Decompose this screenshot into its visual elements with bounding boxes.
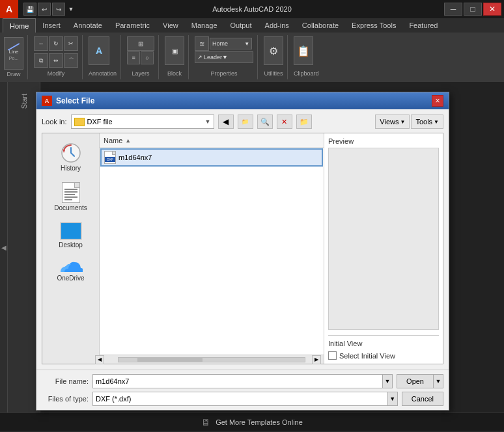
scrollbar-thumb[interactable] xyxy=(137,358,203,362)
tab-annotate[interactable]: Annotate xyxy=(67,18,109,33)
filename-input[interactable] xyxy=(92,374,382,388)
nav-up-btn[interactable]: 📁 xyxy=(238,115,253,129)
tab-parametric[interactable]: Parametric xyxy=(109,18,156,33)
dialog-close-button[interactable]: × xyxy=(432,95,443,107)
scrollbar-track[interactable] xyxy=(118,357,305,362)
nav-delete-btn[interactable]: ✕ xyxy=(277,115,292,129)
layer-btn[interactable]: ⊞ xyxy=(127,36,154,51)
tab-featured[interactable]: Featured xyxy=(402,18,444,33)
lookin-value: DXF file xyxy=(87,118,203,126)
documents-icon xyxy=(62,182,80,203)
tab-home[interactable]: Home xyxy=(3,18,36,33)
tab-express-tools[interactable]: Express Tools xyxy=(345,18,402,33)
history-label: History xyxy=(61,165,81,172)
tab-addins[interactable]: Add-ins xyxy=(259,18,296,33)
open-dropdown-arrow[interactable]: ▼ xyxy=(433,374,443,388)
file-name: m1d64nx7 xyxy=(119,154,152,161)
dropdown-arrow[interactable]: ▼ xyxy=(66,3,76,16)
utilities-label: Utilities xyxy=(264,70,283,77)
open-button-group: Open ▼ xyxy=(397,374,443,388)
filetype-value: DXF (*.dxf) xyxy=(92,392,387,406)
file-row[interactable]: DXF m1d64nx7 xyxy=(101,149,322,166)
tab-manage[interactable]: Manage xyxy=(185,18,224,33)
desktop-icon xyxy=(60,222,82,240)
file-list: Name ▲ DXF m1d64nx7 xyxy=(100,133,324,364)
measure-btn[interactable]: ⚙ xyxy=(264,36,283,65)
filename-dropdown-arrow[interactable]: ▼ xyxy=(382,374,393,388)
filename-label: File name: xyxy=(42,377,89,385)
filetype-label: Files of type: xyxy=(42,395,89,403)
filetype-dropdown-arrow[interactable]: ▼ xyxy=(387,392,398,406)
maximize-btn[interactable]: □ xyxy=(464,3,482,16)
leader-btn[interactable]: ↗Leader▼ xyxy=(195,51,253,63)
quick-access-btn2[interactable]: ↩ xyxy=(38,3,51,16)
window-title: Autodesk AutoCAD 2020 xyxy=(212,5,292,13)
sidebar-item-documents[interactable]: Documents xyxy=(45,178,97,215)
ribbon-layers-group: ⊞ ≡ ○ Layers xyxy=(123,35,159,79)
monitor-icon: 🖥 xyxy=(201,417,210,427)
autocad-logo: A xyxy=(0,0,18,18)
tools-arrow-icon: ▼ xyxy=(434,119,439,125)
nav-search-btn[interactable]: 🔍 xyxy=(257,115,273,129)
tab-view[interactable]: View xyxy=(156,18,185,33)
dialog-overlay: A Select File × Look in: DXF file ▼ ◀ xyxy=(0,82,504,412)
preview-label: Preview xyxy=(328,137,439,145)
dialog-titlebar: A Select File × xyxy=(36,92,449,109)
dialog-app-icon: A xyxy=(42,96,52,106)
line-tool[interactable]: Line Po... xyxy=(4,37,23,70)
tools-button[interactable]: Tools ▼ xyxy=(411,115,443,129)
tab-output[interactable]: Output xyxy=(224,18,259,33)
lookin-folder-icon xyxy=(74,118,85,126)
open-button[interactable]: Open xyxy=(397,374,433,388)
fillet-btn[interactable]: ⌒ xyxy=(64,53,78,68)
matchprop-btn[interactable]: ≋ xyxy=(195,36,209,51)
quick-access-btn[interactable]: 💾 xyxy=(23,3,36,16)
views-button[interactable]: Views ▼ xyxy=(375,115,410,129)
sort-arrow-icon: ▲ xyxy=(125,137,131,144)
history-icon xyxy=(61,142,81,163)
layer-state-btn[interactable]: ○ xyxy=(141,51,154,64)
close-btn[interactable]: ✕ xyxy=(483,3,501,16)
sidebar-item-desktop[interactable]: Desktop xyxy=(45,218,97,252)
lookin-row: Look in: DXF file ▼ ◀ 📁 🔍 ✕ 📁 xyxy=(42,115,443,129)
nav-back-btn[interactable]: ◀ xyxy=(218,115,234,129)
clipboard-label: Clipboard xyxy=(294,70,319,77)
lookin-select[interactable]: DXF file ▼ xyxy=(71,115,214,129)
tab-insert[interactable]: Insert xyxy=(36,18,67,33)
bottom-bar: 🖥 Get More Templates Online xyxy=(0,412,504,431)
filetype-row: Files of type: DXF (*.dxf) ▼ Cancel xyxy=(42,392,443,406)
text-btn[interactable]: A xyxy=(89,36,109,65)
ribbon-annotation-group: A Annotation xyxy=(85,35,121,79)
cancel-button[interactable]: Cancel xyxy=(402,392,443,406)
properties-label: Properties xyxy=(195,70,253,77)
ribbon-draw-group: Line Po... Draw xyxy=(4,35,28,79)
linear-dropdown[interactable]: Home ▼ xyxy=(210,38,252,49)
file-area: History Docume xyxy=(42,133,443,364)
documents-label: Documents xyxy=(54,204,87,211)
filename-row: File name: ▼ Open ▼ xyxy=(42,374,443,388)
nav-create-folder-btn[interactable]: 📁 xyxy=(296,115,312,129)
copy-btn[interactable]: ⧉ xyxy=(34,53,48,68)
clipboard-btn[interactable]: 📋 xyxy=(294,36,313,65)
tab-collaborate[interactable]: Collaborate xyxy=(296,18,345,33)
select-initial-view-checkbox[interactable] xyxy=(328,351,337,360)
sidebar-item-onedrive[interactable]: OneDrive xyxy=(45,255,97,286)
lookin-label: Look in: xyxy=(42,118,67,126)
layer-prop-btn[interactable]: ≡ xyxy=(127,51,140,64)
quick-access-btn3[interactable]: ↪ xyxy=(52,3,65,16)
desktop-label: Desktop xyxy=(59,241,83,249)
draw-label: Draw xyxy=(7,71,20,77)
dialog-footer: File name: ▼ Open ▼ Files of type: xyxy=(36,370,449,410)
rotate-btn[interactable]: ↻ xyxy=(49,36,63,51)
trim-btn[interactable]: ✂ xyxy=(64,36,78,51)
insert-btn[interactable]: ▣ xyxy=(165,36,184,65)
mirror-btn[interactable]: ⇔ xyxy=(49,53,63,68)
move-btn[interactable]: ↔ xyxy=(34,36,48,51)
select-file-dialog: A Select File × Look in: DXF file ▼ ◀ xyxy=(36,92,449,411)
minimize-btn[interactable]: ─ xyxy=(444,3,462,16)
sidebar-item-history[interactable]: History xyxy=(45,139,97,176)
horizontal-scrollbar[interactable]: ◀ ▶ xyxy=(100,355,324,364)
name-column-header: Name xyxy=(104,137,122,144)
initial-view-section: Initial View Select Initial View xyxy=(328,335,439,360)
file-list-header: Name ▲ xyxy=(100,133,324,148)
